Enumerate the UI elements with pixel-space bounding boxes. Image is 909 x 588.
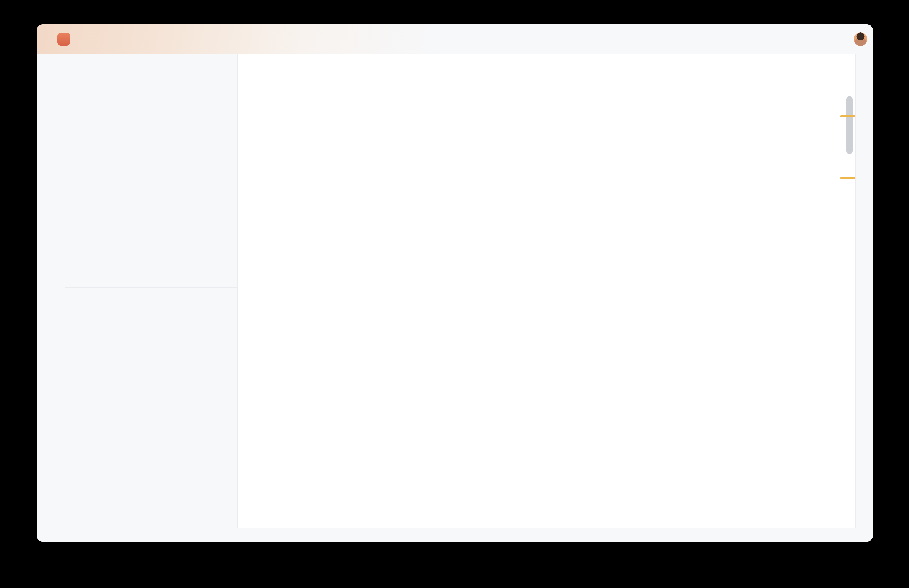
debug-button[interactable] [487, 33, 499, 45]
scrollbar[interactable] [846, 96, 853, 154]
check-icon [796, 81, 805, 90]
right-tool-strip [855, 54, 873, 528]
chevron-down-icon [99, 36, 107, 43]
warning-stripe[interactable] [840, 115, 855, 117]
code-area[interactable] [238, 77, 855, 528]
warning-stripe[interactable] [840, 177, 855, 179]
project-panel [65, 54, 238, 528]
android-icon [423, 34, 434, 45]
chevron-down-icon [440, 36, 447, 43]
prev-issue-button[interactable] [814, 81, 822, 89]
editor [238, 54, 855, 528]
device-icon [380, 33, 392, 45]
titlebar-actions [840, 24, 867, 54]
more-actions-button[interactable] [512, 34, 521, 44]
ide-window [37, 24, 873, 542]
chevron-down-icon [77, 36, 84, 43]
titlebar [37, 24, 873, 54]
run-button[interactable] [462, 33, 473, 45]
app-logo [57, 33, 70, 45]
project-widget[interactable] [75, 36, 84, 43]
run-toolbar [380, 24, 521, 54]
chevron-down-icon [73, 62, 81, 69]
status-bar [37, 528, 873, 542]
structure-panel [65, 287, 237, 528]
user-avatar[interactable] [854, 32, 867, 46]
warning-icon [778, 81, 787, 90]
vcs-widget[interactable] [97, 36, 107, 43]
next-issue-button[interactable] [827, 81, 835, 89]
tab-bar [238, 54, 855, 77]
inspections-widget[interactable] [772, 78, 841, 92]
left-tool-strip [37, 54, 65, 528]
chevron-down-icon [398, 36, 405, 43]
